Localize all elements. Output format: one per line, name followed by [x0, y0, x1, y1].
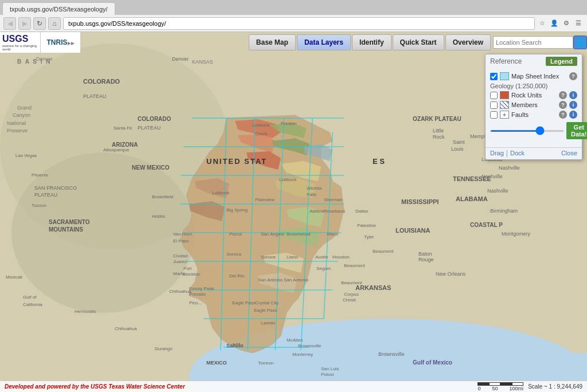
legend-button[interactable]: Legend [546, 57, 577, 66]
svg-text:Albuquerque: Albuquerque [103, 147, 130, 152]
svg-text:Van Horn: Van Horn [173, 232, 192, 237]
svg-text:Houston: Houston [332, 254, 350, 260]
drag-link[interactable]: Drag [490, 150, 504, 156]
svg-text:Sherman: Sherman [324, 197, 342, 202]
reload-button[interactable]: ↻ [33, 17, 46, 30]
svg-text:Chihuahua: Chihuahua [169, 289, 191, 294]
active-tab[interactable]: txpub.usgs.gov/DSS/texasgeology/ [2, 2, 115, 15]
forward-button[interactable]: ▶ [18, 17, 31, 30]
map-sheet-index-checkbox[interactable] [490, 73, 498, 80]
svg-text:Saint: Saint [453, 139, 465, 145]
svg-text:Sonora: Sonora [226, 252, 241, 257]
members-checkbox[interactable] [490, 101, 498, 109]
svg-text:Brownfield: Brownfield [152, 194, 173, 199]
identify-tab[interactable]: Identify [352, 34, 392, 50]
faults-info[interactable]: i [569, 111, 577, 119]
svg-text:Laredo: Laredo [261, 320, 275, 326]
svg-text:Corpus: Corpus [344, 292, 359, 297]
tab-title: txpub.usgs.gov/DSS/texasgeology/ [10, 6, 108, 13]
tab-bar: txpub.usgs.gov/DSS/texasgeology/ [0, 0, 587, 15]
scale-bar: 0 50 100mi Scale ~ 1 : 9,244,649 [478, 382, 582, 391]
svg-text:Christi: Christi [343, 297, 356, 303]
address-bar[interactable] [63, 17, 535, 30]
svg-text:Pico...: Pico... [189, 300, 202, 305]
scale-labels: 0 50 100mi [478, 386, 523, 391]
tnris-logo: TNRIS▶▶ [40, 32, 80, 53]
usgs-text: USGS [2, 34, 28, 44]
panel-content: Map Sheet Index ? Geology (1:250,000) Ro… [486, 68, 582, 147]
close-link[interactable]: Close [561, 150, 577, 156]
svg-text:Ciudad: Ciudad [173, 253, 187, 258]
members-info[interactable]: i [569, 101, 577, 109]
svg-text:Denver: Denver [36, 56, 53, 62]
panel-header: Reference Legend [486, 54, 582, 68]
svg-text:Potosi: Potosi [321, 372, 334, 377]
dock-link[interactable]: Dock [510, 150, 525, 156]
svg-text:Chihuahua: Chihuahua [115, 326, 137, 331]
svg-text:Waco: Waco [327, 232, 339, 237]
globe-button[interactable]: 🌐 [573, 36, 587, 49]
data-layers-tab[interactable]: Data Layers [297, 34, 351, 50]
overview-tab[interactable]: Overview [445, 34, 491, 50]
svg-text:New Orleans: New Orleans [436, 271, 466, 277]
rock-units-swatch [500, 91, 509, 99]
svg-text:Pecos: Pecos [229, 232, 242, 237]
svg-text:Grand: Grand [17, 105, 32, 111]
svg-text:Abilene: Abilene [310, 209, 325, 214]
svg-text:Palestine: Palestine [357, 223, 376, 228]
svg-text:Louis: Louis [451, 146, 464, 152]
svg-text:Durango: Durango [155, 346, 173, 351]
svg-text:Brownsville: Brownsville [378, 351, 405, 357]
home-button[interactable]: ⌂ [48, 17, 61, 30]
svg-text:Wichita: Wichita [307, 186, 322, 191]
map-sheet-index-swatch [500, 72, 509, 80]
svg-text:San Antonio: San Antonio [284, 277, 309, 283]
svg-text:Texarkana: Texarkana [324, 209, 345, 214]
svg-text:Birmingham: Birmingham [490, 208, 518, 214]
svg-text:COLORADO: COLORADO [83, 78, 120, 85]
browser-window: txpub.usgs.gov/DSS/texasgeology/ ◀ ▶ ↻ ⌂… [0, 0, 587, 392]
svg-text:Lubbock: Lubbock [252, 123, 270, 128]
svg-text:California: California [23, 302, 42, 307]
svg-text:Beaumont: Beaumont [373, 249, 394, 254]
faults-checkbox[interactable] [490, 111, 498, 119]
svg-text:ALABAMA: ALABAMA [456, 195, 488, 202]
svg-text:E S: E S [373, 157, 385, 166]
faults-label: Faults [511, 111, 557, 118]
svg-text:PLATEAU: PLATEAU [34, 192, 57, 198]
svg-text:Preserve: Preserve [7, 128, 28, 134]
map-sheet-index-label: Map Sheet Index [511, 73, 567, 80]
members-row: Members ? i [490, 101, 577, 109]
rock-units-info[interactable]: i [569, 91, 577, 99]
location-search-input[interactable] [493, 36, 573, 49]
credit-text: Developed and powered by the USGS Texas … [5, 383, 185, 390]
svg-text:Crystal City: Crystal City [255, 300, 279, 305]
svg-text:Emory Peak: Emory Peak [189, 286, 215, 291]
svg-text:Falls: Falls [307, 192, 316, 197]
svg-text:Clovis: Clovis [255, 131, 268, 136]
settings-icon[interactable]: ⚙ [561, 18, 572, 29]
members-question[interactable]: ? [559, 101, 567, 109]
svg-text:Fort: Fort [183, 266, 192, 271]
svg-text:Sonora: Sonora [261, 254, 276, 260]
menu-icon[interactable]: ☰ [573, 18, 584, 29]
svg-text:Beaumont: Beaumont [344, 263, 365, 268]
svg-text:COLORADO: COLORADO [138, 116, 171, 122]
user-icon[interactable]: 👤 [549, 18, 559, 29]
faults-row: + Faults ? i [490, 111, 577, 119]
bookmark-icon[interactable]: ☆ [537, 18, 547, 29]
svg-text:Tucson: Tucson [32, 203, 46, 208]
basemap-tab[interactable]: Base Map [249, 34, 296, 50]
svg-text:Gulf of Mexico: Gulf of Mexico [413, 359, 452, 366]
map-area[interactable]: COLORADO PLATEAU ARIZONA COLORADO PLATEA… [0, 32, 587, 392]
quick-start-tab[interactable]: Quick Start [393, 34, 444, 50]
rock-units-checkbox[interactable] [490, 92, 498, 99]
rock-units-question[interactable]: ? [559, 91, 567, 99]
svg-text:Montgomery: Montgomery [502, 231, 531, 237]
get-data-button[interactable]: Get Data! [566, 122, 587, 139]
svg-text:Monterrey: Monterrey [292, 352, 313, 357]
map-sheet-info-badge[interactable]: ? [569, 72, 577, 80]
faults-question[interactable]: ? [559, 111, 567, 119]
back-button[interactable]: ◀ [3, 17, 16, 30]
opacity-slider[interactable] [490, 130, 564, 132]
